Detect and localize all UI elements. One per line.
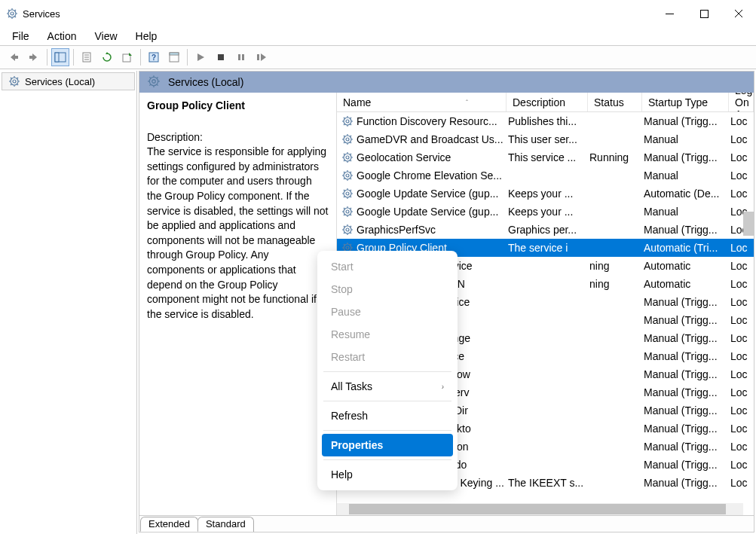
service-row[interactable]: Function Discovery Resourc...Publishes t… bbox=[337, 112, 754, 130]
properties-button[interactable] bbox=[78, 48, 96, 66]
pane-header: Services (Local) bbox=[139, 72, 754, 93]
svg-rect-29 bbox=[242, 54, 244, 60]
gear-icon bbox=[341, 188, 354, 200]
titlebar: Services bbox=[0, 0, 756, 27]
row-logon: Loc bbox=[729, 166, 754, 185]
ctx-start[interactable]: Start bbox=[322, 255, 453, 278]
ctx-all-tasks[interactable]: All Tasks› bbox=[322, 375, 453, 398]
ctx-pause[interactable]: Pause bbox=[322, 301, 453, 323]
row-status bbox=[588, 401, 642, 420]
col-logon[interactable]: Log On As bbox=[729, 93, 754, 111]
tab-standard[interactable]: Standard bbox=[197, 517, 254, 532]
row-logon: Loc bbox=[729, 130, 754, 148]
row-startup: Manual (Trigg... bbox=[642, 347, 729, 365]
start-service-button[interactable] bbox=[191, 48, 210, 66]
vertical-scrollbar[interactable] bbox=[743, 212, 754, 236]
menu-view[interactable]: View bbox=[87, 29, 124, 44]
row-status bbox=[588, 130, 642, 148]
row-logon: Loc bbox=[729, 474, 754, 492]
menu-help[interactable]: Help bbox=[128, 29, 165, 44]
row-desc bbox=[507, 456, 588, 474]
tab-extended[interactable]: Extended bbox=[140, 517, 198, 532]
menubar: File Action View Help bbox=[0, 27, 756, 45]
gear-icon bbox=[341, 206, 354, 218]
service-row[interactable]: Google Chrome Elevation Se...ManualLoc bbox=[337, 166, 754, 185]
ctx-divider bbox=[323, 371, 451, 372]
row-logon: Loc bbox=[729, 112, 754, 130]
col-name[interactable]: Nameˆ bbox=[337, 93, 507, 111]
col-startup[interactable]: Startup Type bbox=[642, 93, 729, 111]
row-desc: This service ... bbox=[507, 148, 588, 166]
gear-icon bbox=[341, 151, 354, 163]
col-status[interactable]: Status bbox=[588, 93, 642, 111]
column-headers: Nameˆ Description Status Startup Type Lo… bbox=[337, 93, 754, 112]
forward-button[interactable] bbox=[25, 48, 43, 66]
service-row[interactable]: GraphicsPerfSvcGraphics per...Manual (Tr… bbox=[337, 221, 754, 239]
show-hide-tree-button[interactable] bbox=[51, 48, 69, 66]
ctx-properties[interactable]: Properties bbox=[322, 434, 453, 456]
row-startup: Manual (Trigg... bbox=[642, 365, 729, 383]
row-desc bbox=[507, 329, 588, 347]
ctx-resume[interactable]: Resume bbox=[322, 323, 453, 346]
chevron-right-icon: › bbox=[442, 383, 444, 391]
row-logon: Loc bbox=[729, 185, 754, 203]
tree-item-services-local[interactable]: Services (Local) bbox=[2, 72, 135, 90]
ctx-refresh[interactable]: Refresh bbox=[322, 404, 453, 427]
row-startup: Manual bbox=[642, 203, 729, 221]
row-logon: Loc bbox=[729, 329, 754, 347]
row-status bbox=[588, 311, 642, 329]
refresh-button[interactable] bbox=[98, 48, 116, 66]
svg-rect-28 bbox=[238, 54, 240, 60]
row-desc bbox=[507, 166, 588, 185]
back-button[interactable] bbox=[5, 48, 23, 66]
row-desc bbox=[507, 365, 588, 383]
export-list-button[interactable] bbox=[118, 48, 136, 66]
svg-text:?: ? bbox=[152, 53, 156, 62]
ctx-stop[interactable]: Stop bbox=[322, 278, 453, 301]
gear-icon bbox=[341, 115, 354, 127]
col-description[interactable]: Description bbox=[507, 93, 588, 111]
row-startup: Manual (Trigg... bbox=[642, 438, 729, 456]
row-status bbox=[588, 456, 642, 474]
toolbar-button-a[interactable] bbox=[165, 48, 183, 66]
restart-service-button[interactable] bbox=[253, 48, 271, 66]
tree-pane: Services (Local) bbox=[0, 71, 137, 534]
row-desc bbox=[507, 293, 588, 311]
row-logon: Loc bbox=[729, 365, 754, 383]
close-button[interactable] bbox=[721, 0, 756, 27]
row-desc bbox=[507, 383, 588, 401]
ctx-help[interactable]: Help bbox=[322, 463, 453, 486]
help-button[interactable]: ? bbox=[145, 48, 163, 66]
row-startup: Manual (Trigg... bbox=[642, 383, 729, 401]
service-row[interactable]: Google Update Service (gup...Keeps your … bbox=[337, 203, 754, 221]
pause-service-button[interactable] bbox=[232, 48, 250, 66]
row-name: Google Update Service (gup... bbox=[357, 206, 498, 218]
row-logon: Loc bbox=[729, 438, 754, 456]
horizontal-scrollbar[interactable] bbox=[337, 503, 743, 515]
row-startup: Automatic bbox=[642, 275, 729, 293]
service-row[interactable]: Geolocation ServiceThis service ...Runni… bbox=[337, 148, 754, 166]
stop-service-button[interactable] bbox=[212, 48, 230, 66]
row-status bbox=[588, 329, 642, 347]
row-desc bbox=[507, 275, 588, 293]
row-logon: Loc bbox=[729, 383, 754, 401]
menu-action[interactable]: Action bbox=[40, 29, 84, 44]
menu-file[interactable]: File bbox=[5, 29, 37, 44]
row-status: ning bbox=[588, 275, 642, 293]
row-startup: Manual (Trigg... bbox=[642, 221, 729, 239]
service-row[interactable]: Google Update Service (gup...Keeps your … bbox=[337, 185, 754, 203]
row-status bbox=[588, 438, 642, 456]
row-desc bbox=[507, 311, 588, 329]
row-name: GraphicsPerfSvc bbox=[357, 224, 436, 236]
tree-item-label: Services (Local) bbox=[25, 76, 95, 87]
selected-service-name: Group Policy Client bbox=[147, 99, 329, 114]
minimize-button[interactable] bbox=[652, 0, 687, 27]
ctx-divider bbox=[323, 459, 451, 460]
ctx-restart[interactable]: Restart bbox=[322, 346, 453, 368]
maximize-button[interactable] bbox=[687, 0, 721, 27]
row-logon: Loc bbox=[729, 456, 754, 474]
gear-icon bbox=[341, 169, 354, 182]
row-desc: Graphics per... bbox=[507, 221, 588, 239]
gear-icon bbox=[341, 224, 354, 236]
service-row[interactable]: GameDVR and Broadcast Us...This user ser… bbox=[337, 130, 754, 148]
